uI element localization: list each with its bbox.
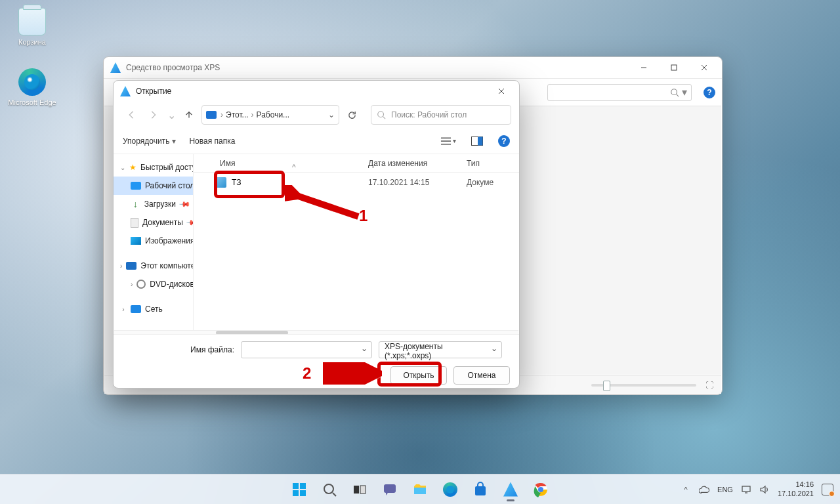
help-icon[interactable]: ?: [498, 135, 510, 147]
back-button[interactable]: [121, 105, 141, 125]
svg-rect-30: [742, 486, 750, 492]
close-button[interactable]: [689, 57, 719, 78]
file-type-filter[interactable]: XPS-документы (*.xps;*.oxps): [379, 341, 502, 358]
recent-dropdown[interactable]: ⌄: [166, 105, 177, 125]
notifications-icon[interactable]: [822, 484, 833, 495]
col-date[interactable]: Дата изменения: [368, 159, 467, 168]
taskbar-chrome[interactable]: [528, 476, 554, 503]
dialog-footer: Имя файла: XPS-документы (*.xps;*.oxps) …: [114, 334, 519, 394]
breadcrumb-part: Этот...: [226, 110, 249, 119]
taskbar-explorer[interactable]: [407, 476, 433, 503]
annotation-arrow-1: [285, 185, 364, 227]
preview-pane-button[interactable]: [469, 133, 485, 149]
svg-point-29: [538, 487, 543, 492]
taskbar-taskview[interactable]: [346, 476, 373, 503]
taskbar-xps-viewer[interactable]: [497, 476, 524, 503]
organize-button[interactable]: Упорядочить▾: [123, 136, 176, 146]
window-title: Средство просмотра XPS: [126, 63, 629, 72]
sort-asc-icon: ^: [292, 163, 296, 172]
this-pc-icon: [206, 111, 217, 119]
maximize-button[interactable]: [659, 57, 689, 78]
system-tray[interactable]: ^ ENG 14:16 17.10.2021: [681, 480, 833, 499]
zoom-slider[interactable]: [591, 384, 696, 387]
tray-chevron-up-icon[interactable]: ^: [681, 484, 691, 495]
svg-line-15: [293, 194, 358, 217]
download-icon: ↓: [131, 199, 140, 209]
nav-documents[interactable]: Документы📌: [114, 213, 193, 232]
annotation-box-1: [214, 171, 285, 198]
breadcrumb[interactable]: › Этот... › Рабочи... ⌄: [201, 105, 339, 125]
filename-label: Имя файла:: [123, 345, 234, 354]
cancel-button[interactable]: Отмена: [453, 366, 510, 385]
xps-app-icon: [120, 86, 131, 96]
nav-downloads[interactable]: ↓ Загрузки📌: [114, 195, 193, 213]
col-name[interactable]: Имя ^: [207, 159, 368, 168]
tray-clock[interactable]: 14:16 17.10.2021: [778, 480, 814, 499]
svg-rect-18: [300, 483, 306, 489]
pin-icon: 📌: [185, 216, 194, 228]
nav-this-pc[interactable]: › Этот компьютер: [114, 257, 193, 275]
zoom-fit-icon[interactable]: ⛶: [705, 381, 713, 390]
desktop-icon-recycle-bin[interactable]: Корзина: [8, 8, 56, 46]
xps-app-icon: [110, 62, 121, 73]
start-button[interactable]: [286, 476, 312, 503]
view-mode-button[interactable]: ▾: [440, 133, 456, 149]
svg-line-22: [333, 493, 336, 496]
taskbar[interactable]: ^ ENG 14:16 17.10.2021: [0, 474, 840, 504]
titlebar[interactable]: Средство просмотра XPS: [104, 57, 722, 78]
minimize-button[interactable]: [629, 57, 659, 78]
network-icon[interactable]: [741, 484, 751, 495]
forward-button[interactable]: [144, 105, 163, 125]
open-file-dialog[interactable]: Открытие ⌄ › Этот... › Рабочи... ⌄: [113, 80, 520, 388]
search-input[interactable]: Поиск: Рабочий стол: [371, 105, 511, 125]
search-placeholder: Поиск: Рабочий стол: [391, 110, 467, 119]
navigation-row: ⌄ › Этот... › Рабочи... ⌄ Поиск: Рабочий…: [114, 102, 519, 128]
file-type: Докуме: [467, 178, 519, 187]
breadcrumb-part: Рабочи...: [257, 110, 290, 119]
up-button[interactable]: [179, 105, 199, 125]
dialog-title: Открытие: [136, 87, 486, 96]
help-icon[interactable]: ?: [704, 87, 715, 98]
nav-desktop[interactable]: Рабочий стол📌: [114, 177, 193, 195]
nav-network[interactable]: › Сеть: [114, 300, 193, 318]
desktop-icon-label: Корзина: [8, 38, 56, 46]
pin-icon: 📌: [178, 198, 190, 210]
svg-rect-25: [384, 484, 396, 493]
svg-rect-20: [300, 490, 306, 496]
nav-pictures[interactable]: Изображения📌: [114, 232, 193, 250]
svg-rect-27: [475, 486, 486, 495]
col-type[interactable]: Тип: [467, 159, 519, 168]
filename-input[interactable]: [241, 341, 372, 358]
navigation-pane[interactable]: ⌄★ Быстрый доступ Рабочий стол📌 ↓ Загруз…: [114, 154, 194, 330]
onedrive-icon[interactable]: [699, 484, 709, 495]
taskbar-store[interactable]: [467, 476, 494, 503]
star-icon: ★: [129, 162, 136, 173]
desktop-icon-label: Microsoft Edge: [8, 98, 56, 106]
taskbar-search[interactable]: [316, 476, 343, 503]
edge-icon: [18, 68, 46, 96]
nav-quick-access[interactable]: ⌄★ Быстрый доступ: [114, 158, 193, 177]
desktop-icon-edge[interactable]: Microsoft Edge: [8, 68, 56, 106]
svg-rect-19: [293, 490, 299, 496]
svg-rect-1: [671, 65, 677, 70]
svg-point-4: [671, 89, 677, 94]
svg-line-9: [383, 117, 386, 119]
close-button[interactable]: [486, 81, 516, 102]
annotation-box-2: [377, 362, 442, 387]
nav-dvd[interactable]: › DVD-дисковод (I: [114, 275, 193, 293]
svg-rect-26: [414, 488, 426, 494]
tray-language[interactable]: ENG: [717, 486, 733, 494]
xps-search-box[interactable]: ▾: [547, 84, 692, 101]
volume-icon[interactable]: [759, 484, 770, 495]
annotation-number-2: 2: [303, 364, 311, 383]
taskbar-chat[interactable]: [377, 476, 403, 503]
refresh-button[interactable]: [342, 105, 362, 125]
svg-line-5: [677, 94, 679, 96]
svg-point-8: [378, 112, 384, 117]
svg-point-21: [324, 484, 333, 494]
column-headers[interactable]: Имя ^ Дата изменения Тип: [194, 154, 519, 173]
recycle-bin-icon: [18, 8, 46, 35]
svg-rect-24: [360, 486, 366, 494]
new-folder-button[interactable]: Новая папка: [189, 136, 235, 146]
taskbar-edge[interactable]: [437, 476, 463, 503]
